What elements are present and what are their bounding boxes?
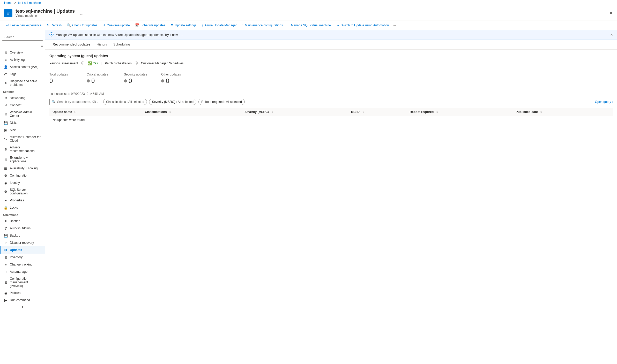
filter-chip-classifications[interactable]: Classifications : All selected (103, 99, 147, 105)
no-data-message: No updates were found. (49, 116, 613, 124)
sidebar-item-run-command[interactable]: ▶ Run command (0, 297, 45, 304)
sidebar-label-identity: Identity (10, 181, 20, 185)
page-header: test-sql-machine | Updates Virtual machi… (0, 6, 617, 20)
sidebar-collapse-button[interactable]: « (41, 43, 43, 48)
tags-icon: 🏷 (4, 72, 8, 76)
sidebar-item-sql-server-config[interactable]: ⚙ SQL Server configuration (0, 186, 45, 197)
toolbar-btn-icon-schedule-updates: 📅 (135, 23, 139, 27)
tab-history[interactable]: History (94, 40, 110, 49)
toolbar-btn-schedule-updates[interactable]: 📅Schedule updates (133, 22, 167, 28)
sidebar-item-updates[interactable]: ⚙ Updates (0, 246, 45, 254)
sidebar-item-auto-shutdown[interactable]: ⏱ Auto-shutdown (0, 225, 45, 232)
tab-scheduling[interactable]: Scheduling (110, 40, 133, 49)
tab-recommended-updates[interactable]: Recommended updates (49, 40, 94, 49)
col-severity-sort-icon[interactable]: ↑↓ (271, 111, 273, 113)
toolbar-btn-update-settings[interactable]: ⚙Update settings (168, 22, 198, 28)
col-reboot-required-sort-icon[interactable]: ↑↓ (436, 111, 438, 113)
col-classifications-sort-icon[interactable]: ↑↓ (169, 111, 171, 113)
sidebar-item-identity[interactable]: ◉ Identity (0, 179, 45, 186)
periodic-assessment-status: ✅ Yes (87, 61, 98, 65)
toolbar-btn-check-updates[interactable]: 🔍Check for updates (65, 22, 99, 28)
other-updates-value: 0 (166, 77, 169, 85)
sidebar-label-configuration-management: Configuration management (Preview) (10, 277, 42, 288)
windows-admin-icon: ⊞ (4, 112, 8, 116)
banner-close-button[interactable]: ✕ (610, 33, 613, 37)
toolbar-btn-manage-sql[interactable]: ↑Manage SQL virtual machine (286, 22, 333, 28)
patch-orchestration-info-icon[interactable]: ⓘ (135, 61, 138, 65)
sidebar-item-activity-log[interactable]: ≡ Activity log (0, 56, 45, 63)
inventory-icon: ⊞ (4, 255, 8, 259)
sidebar-item-configuration-management[interactable]: ⊞ Configuration management (Preview) (0, 275, 45, 289)
sidebar-item-defender[interactable]: 🛡 Microsoft Defender for Cloud (0, 134, 45, 144)
page-close-button[interactable]: ✕ (609, 10, 613, 16)
sidebar-item-properties[interactable]: ≡ Properties (0, 197, 45, 204)
open-query-link[interactable]: Open query : (595, 100, 613, 104)
update-search-input[interactable] (57, 100, 99, 104)
toolbar-btn-one-time-update[interactable]: ⬇One-time update (101, 22, 132, 28)
col-classifications-label: Classifications (145, 110, 167, 114)
banner-text: Manage VM updates at scale with the new … (56, 33, 178, 37)
sidebar-scroll-down[interactable]: ▼ (0, 304, 45, 310)
col-kb-id: KB ID ↑↓ (348, 108, 406, 116)
sidebar-item-backup[interactable]: 💾 Backup (0, 232, 45, 239)
filter-search-container: 🔍 (49, 99, 101, 105)
sidebar-item-locks[interactable]: 🔒 Locks (0, 204, 45, 211)
sidebar-item-connect[interactable]: ↗ Connect (0, 102, 45, 109)
automanage-icon: ⊞ (4, 270, 8, 274)
sidebar-item-overview[interactable]: ⊞ Overview (0, 49, 45, 56)
col-kb-id-label: KB ID (351, 110, 360, 114)
col-update-name-sort-icon[interactable]: ↑↓ (74, 111, 77, 113)
toolbar-btn-azure-update-manager[interactable]: ↑Azure Update Manager (199, 22, 239, 28)
sidebar: « ⊞ Overview ≡ Activity log 👤 Access con… (0, 30, 45, 364)
svg-rect-3 (7, 14, 9, 14)
sidebar-item-change-tracking[interactable]: ≡ Change tracking (0, 261, 45, 268)
sidebar-item-tags[interactable]: 🏷 Tags (0, 71, 45, 78)
sidebar-item-extensions[interactable]: ⊞ Extensions + applications (0, 154, 45, 165)
breadcrumb-resource[interactable]: test-sql-machine (18, 1, 41, 5)
stat-label-critical: Critical updates (87, 73, 118, 76)
col-kb-id-sort-icon[interactable]: ↑↓ (361, 111, 364, 113)
sidebar-item-size[interactable]: ▣ Size (0, 126, 45, 134)
sidebar-item-advisor[interactable]: ⊕ Advisor recommendations (0, 144, 45, 154)
sidebar-item-windows-admin[interactable]: ⊞ Windows Admin Center (0, 109, 45, 119)
sidebar-item-bastion[interactable]: ✗ Bastion (0, 217, 45, 225)
page-header-text: test-sql-machine | Updates Virtual machi… (16, 9, 75, 18)
stat-label-total: Total updates (49, 73, 80, 76)
sidebar-item-inventory[interactable]: ⊞ Inventory (0, 254, 45, 261)
filter-chip-severity[interactable]: Severity (MSRC) : All selected (149, 99, 196, 105)
sidebar-item-configuration[interactable]: ⚙ Configuration (0, 172, 45, 179)
sidebar-item-disaster-recovery[interactable]: ↩ Disaster recovery (0, 239, 45, 246)
sidebar-label-backup: Backup (10, 234, 20, 237)
breadcrumb-home[interactable]: Home (4, 1, 12, 5)
toolbar-btn-refresh[interactable]: ↻Refresh (44, 22, 64, 28)
sidebar-label-bastion: Bastion (10, 219, 20, 223)
search-input[interactable] (2, 34, 43, 41)
sidebar-item-access-control[interactable]: 👤 Access control (IAM) (0, 63, 45, 71)
sidebar-item-disks[interactable]: 💾 Disks (0, 119, 45, 126)
col-published-date-sort-icon[interactable]: ↑↓ (540, 111, 542, 113)
toolbar-btn-label-azure-update-manager: Azure Update Manager (205, 24, 237, 27)
page-header-more-button[interactable]: ... (80, 11, 83, 16)
sidebar-label-sql-server-config: SQL Server configuration (10, 188, 42, 195)
svg-rect-2 (7, 13, 9, 13)
sidebar-item-networking[interactable]: ⊕ Networking (0, 94, 45, 102)
sidebar-item-diagnose[interactable]: ✗ Diagnose and solve problems (0, 78, 45, 88)
periodic-assessment-info-icon[interactable]: ⓘ (81, 61, 84, 65)
section-title: Operating system (guest) updates (49, 54, 613, 58)
banner-link[interactable]: → (181, 33, 184, 37)
sidebar-label-policies: Policies (10, 291, 20, 295)
sidebar-item-policies[interactable]: ◉ Policies (0, 289, 45, 297)
toolbar-btn-leave-new-experience[interactable]: ↩Leave new experience (4, 22, 43, 28)
sidebar-item-availability[interactable]: ▦ Availability + scaling (0, 165, 45, 172)
sidebar-item-automanage[interactable]: ⊞ Automanage (0, 268, 45, 275)
content-area: Operating system (guest) updates Periodi… (45, 50, 617, 128)
toolbar-btn-switch-to-automation[interactable]: ↔Switch to Update using Automation (334, 22, 391, 28)
col-reboot-required-label: Reboot required (410, 110, 434, 114)
filter-chip-reboot-required[interactable]: Reboot required : All selected (198, 99, 245, 105)
toolbar-btn-label-maintenance-configurations: Maintenance configurations (245, 24, 283, 27)
stat-label-other: Other updates (161, 73, 192, 76)
toolbar-btn-maintenance-configurations[interactable]: ↑Maintenance configurations (240, 22, 285, 28)
toolbar-more-button[interactable]: ··· (392, 22, 397, 28)
locks-icon: 🔒 (4, 206, 8, 210)
sidebar-label-change-tracking: Change tracking (10, 263, 32, 266)
